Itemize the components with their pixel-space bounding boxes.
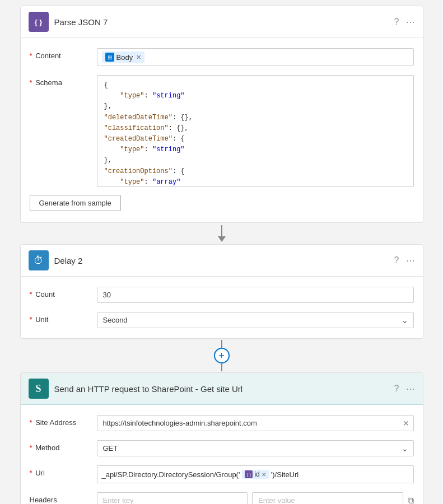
uri-token-icon: { } bbox=[245, 470, 253, 478]
sharepoint-card: S Send an HTTP request to SharePoint - G… bbox=[20, 372, 423, 504]
content-label: * Content bbox=[30, 48, 97, 60]
sharepoint-header: S Send an HTTP request to SharePoint - G… bbox=[21, 373, 423, 405]
parse-json-title: Parse JSON 7 bbox=[54, 17, 394, 27]
uri-prefix: _api/SP.Directory.DirectorySession/Group… bbox=[102, 470, 240, 479]
method-select-wrapper: GET POST PATCH DELETE ⌄ bbox=[97, 440, 414, 456]
uri-field-row: * Uri _api/SP.Directory.DirectorySession… bbox=[21, 461, 423, 488]
body-token-icon: ⊞ bbox=[105, 53, 114, 62]
unit-input-area: Second Minute Hour Day ⌄ bbox=[97, 312, 414, 328]
arrow-connector-1 bbox=[218, 223, 226, 244]
uri-label: * Uri bbox=[30, 465, 97, 477]
sharepoint-actions: ? ⋯ bbox=[394, 384, 415, 394]
sharepoint-icon: S bbox=[29, 379, 49, 399]
uri-token-label: id bbox=[254, 470, 259, 478]
uri-suffix: ')/SiteUrl bbox=[271, 470, 299, 479]
delay-header: ⏱ Delay 2 ? ⋯ bbox=[21, 245, 423, 277]
more-options-icon[interactable]: ⋯ bbox=[406, 17, 415, 27]
count-label: * Count bbox=[30, 287, 97, 298]
unit-field-row: * Unit Second Minute Hour Day ⌄ bbox=[21, 307, 423, 333]
sharepoint-title: Send an HTTP request to SharePoint - Get… bbox=[54, 384, 394, 394]
add-line-bottom bbox=[221, 363, 222, 371]
add-step-button[interactable]: + bbox=[214, 348, 230, 363]
site-address-clear-icon[interactable]: ✕ bbox=[403, 419, 409, 428]
delay-help-icon[interactable]: ? bbox=[394, 255, 399, 265]
method-field-row: * Method GET POST PATCH DELETE ⌄ bbox=[21, 436, 423, 461]
body-token-label: Body bbox=[116, 53, 133, 62]
arrow-head bbox=[218, 236, 226, 242]
count-field-row: * Count bbox=[21, 282, 423, 307]
headers-key-input[interactable] bbox=[97, 492, 248, 504]
schema-label: * Schema bbox=[30, 75, 97, 87]
schema-field-row: * Schema { "type": "string" }, "deletedD… bbox=[21, 71, 423, 192]
unit-select-wrapper: Second Minute Hour Day ⌄ bbox=[97, 312, 414, 328]
content-token-input[interactable]: ⊞ Body ✕ bbox=[97, 48, 414, 66]
site-address-input-area: ✕ bbox=[97, 415, 414, 431]
unit-label: * Unit bbox=[30, 312, 97, 324]
count-input-area bbox=[97, 287, 414, 303]
method-label: * Method bbox=[30, 440, 97, 452]
headers-inputs-row: ⧉ bbox=[97, 492, 414, 504]
generate-from-sample-button[interactable]: Generate from sample bbox=[30, 195, 121, 211]
uri-input-area: _api/SP.Directory.DirectorySession/Group… bbox=[97, 465, 414, 483]
sp-help-icon[interactable]: ? bbox=[394, 384, 399, 394]
parse-json-card: { } Parse JSON 7 ? ⋯ * Content ⊞ Body ✕ bbox=[20, 6, 423, 223]
parse-json-icon: { } bbox=[29, 12, 49, 32]
headers-label: Headers bbox=[30, 492, 97, 504]
delay-actions: ? ⋯ bbox=[394, 255, 415, 266]
delay-card: ⏱ Delay 2 ? ⋯ * Count * Unit bbox=[20, 244, 423, 339]
parse-json-header: { } Parse JSON 7 ? ⋯ bbox=[21, 6, 423, 38]
headers-field-row: Headers ⧉ bbox=[21, 488, 423, 504]
unit-select[interactable]: Second Minute Hour Day bbox=[97, 312, 414, 328]
method-input-area: GET POST PATCH DELETE ⌄ bbox=[97, 440, 414, 456]
headers-value-input[interactable] bbox=[252, 492, 403, 504]
sp-more-icon[interactable]: ⋯ bbox=[406, 384, 415, 394]
arrow-line-top bbox=[221, 225, 222, 236]
headers-copy-icon[interactable]: ⧉ bbox=[408, 496, 414, 505]
count-input[interactable] bbox=[97, 287, 414, 303]
method-select[interactable]: GET POST PATCH DELETE bbox=[97, 440, 414, 456]
site-address-input[interactable] bbox=[97, 415, 414, 431]
delay-title: Delay 2 bbox=[54, 256, 394, 265]
schema-editor[interactable]: { "type": "string" }, "deletedDateTime":… bbox=[97, 75, 414, 187]
uri-composite-input[interactable]: _api/SP.Directory.DirectorySession/Group… bbox=[97, 465, 414, 483]
parse-json-actions: ? ⋯ bbox=[394, 17, 415, 27]
delay-icon: ⏱ bbox=[29, 250, 49, 270]
sharepoint-body: * Site Address ✕ * Method GET POST bbox=[21, 405, 423, 504]
site-address-field-row: * Site Address ✕ bbox=[21, 410, 423, 436]
content-field-row: * Content ⊞ Body ✕ bbox=[21, 44, 423, 71]
body-token-close[interactable]: ✕ bbox=[136, 54, 141, 61]
content-input-area: ⊞ Body ✕ bbox=[97, 48, 414, 66]
schema-content: { "type": "string" }, "deletedDateTime":… bbox=[97, 75, 414, 187]
help-icon[interactable]: ? bbox=[394, 17, 399, 27]
headers-input-area: ⧉ bbox=[97, 492, 414, 504]
uri-token: { } id ✕ bbox=[242, 470, 268, 479]
delay-more-icon[interactable]: ⋯ bbox=[406, 255, 415, 266]
add-connector: + bbox=[214, 339, 230, 372]
body-token: ⊞ Body ✕ bbox=[102, 52, 145, 63]
add-line-top bbox=[221, 340, 222, 348]
uri-token-close[interactable]: ✕ bbox=[262, 472, 266, 478]
site-address-input-wrapper: ✕ bbox=[97, 415, 414, 431]
delay-body: * Count * Unit Second Minute Hour Day bbox=[21, 277, 423, 338]
parse-json-body: * Content ⊞ Body ✕ * Schema bbox=[21, 38, 423, 222]
site-address-label: * Site Address bbox=[30, 415, 97, 427]
